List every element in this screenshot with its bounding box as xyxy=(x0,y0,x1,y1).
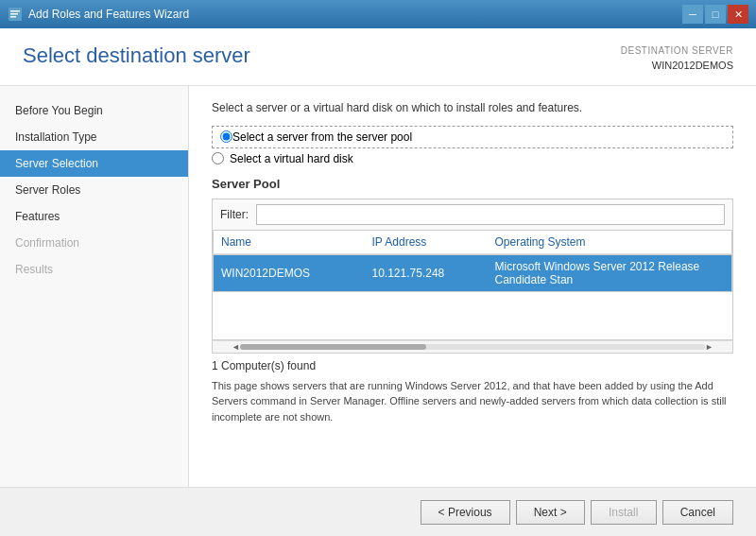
wizard-sidebar: Before You Begin Installation Type Serve… xyxy=(0,86,189,488)
computers-found: 1 Computer(s) found xyxy=(212,359,733,372)
wizard-footer: < Previous Next > Install Cancel xyxy=(0,487,756,536)
radio-group: Select a server from the server pool Sel… xyxy=(212,126,733,165)
sidebar-item-server-selection[interactable]: Server Selection xyxy=(0,150,188,177)
radio-vhd-option: Select a virtual hard disk xyxy=(212,152,733,165)
filter-label: Filter: xyxy=(220,208,249,221)
window-controls: ─ □ ✕ xyxy=(682,5,748,24)
cancel-button[interactable]: Cancel xyxy=(662,500,733,525)
destination-value: WIN2012DEMOS xyxy=(621,58,733,74)
scroll-track[interactable] xyxy=(240,344,705,350)
radio-server-label[interactable]: Select a server from the server pool xyxy=(232,130,412,144)
cell-os: Microsoft Windows Server 2012 Release Ca… xyxy=(488,254,732,291)
server-pool-section: Server Pool Filter: Name IP Address Oper… xyxy=(212,177,733,354)
description-text: This page shows servers that are running… xyxy=(212,378,733,425)
sidebar-item-installation-type[interactable]: Installation Type xyxy=(0,124,188,150)
wizard-header: Select destination server DESTINATION SE… xyxy=(0,28,756,86)
previous-button[interactable]: < Previous xyxy=(421,500,510,525)
next-button[interactable]: Next > xyxy=(516,500,585,525)
svg-rect-2 xyxy=(10,13,18,15)
server-table-wrapper: Name IP Address Operating System WIN2012… xyxy=(212,230,733,340)
col-ip: IP Address xyxy=(365,230,488,253)
minimize-button[interactable]: ─ xyxy=(682,5,703,24)
wizard-container: Select destination server DESTINATION SE… xyxy=(0,28,756,536)
svg-rect-1 xyxy=(10,10,20,12)
filter-input[interactable] xyxy=(256,204,725,225)
col-name: Name xyxy=(214,230,365,253)
radio-server-option-box: Select a server from the server pool xyxy=(212,126,733,148)
title-bar: Add Roles and Features Wizard ─ □ ✕ xyxy=(0,0,756,28)
col-os: Operating System xyxy=(488,230,732,253)
scroll-right-arrow[interactable]: ► xyxy=(705,342,713,352)
scroll-thumb xyxy=(240,344,426,350)
install-button[interactable]: Install xyxy=(591,500,657,525)
maximize-button[interactable]: □ xyxy=(705,5,726,24)
wizard-icon xyxy=(8,7,23,22)
sidebar-item-confirmation: Confirmation xyxy=(0,230,188,256)
wizard-main: Select a server or a virtual hard disk o… xyxy=(189,86,756,488)
scroll-indicator: ◄ ► xyxy=(212,340,733,354)
destination-server-info: DESTINATION SERVER WIN2012DEMOS xyxy=(621,43,733,74)
table-row[interactable]: WIN2012DEMOS 10.121.75.248 Microsoft Win… xyxy=(214,254,732,291)
instruction-text: Select a server or a virtual hard disk o… xyxy=(212,101,733,114)
sidebar-item-before-you-begin[interactable]: Before You Begin xyxy=(0,97,188,124)
server-pool-title: Server Pool xyxy=(212,177,733,191)
cell-name: WIN2012DEMOS xyxy=(214,254,365,291)
sidebar-item-server-roles[interactable]: Server Roles xyxy=(0,177,188,203)
radio-vhd-label[interactable]: Select a virtual hard disk xyxy=(230,152,353,165)
title-bar-title: Add Roles and Features Wizard xyxy=(28,8,189,21)
destination-label: DESTINATION SERVER xyxy=(621,43,733,58)
svg-rect-3 xyxy=(10,16,16,18)
page-title: Select destination server xyxy=(23,43,250,68)
cell-ip: 10.121.75.248 xyxy=(365,254,488,291)
server-rows-table: WIN2012DEMOS 10.121.75.248 Microsoft Win… xyxy=(213,254,732,292)
filter-row: Filter: xyxy=(212,199,733,230)
radio-server-pool[interactable] xyxy=(220,130,232,143)
scroll-left-arrow[interactable]: ◄ xyxy=(232,342,240,352)
server-table: Name IP Address Operating System xyxy=(213,230,732,254)
sidebar-item-features[interactable]: Features xyxy=(0,203,188,230)
radio-vhd[interactable] xyxy=(212,152,224,164)
server-table-body: WIN2012DEMOS 10.121.75.248 Microsoft Win… xyxy=(213,254,732,339)
wizard-body: Before You Begin Installation Type Serve… xyxy=(0,86,756,488)
sidebar-item-results: Results xyxy=(0,256,188,283)
close-button[interactable]: ✕ xyxy=(728,5,748,24)
